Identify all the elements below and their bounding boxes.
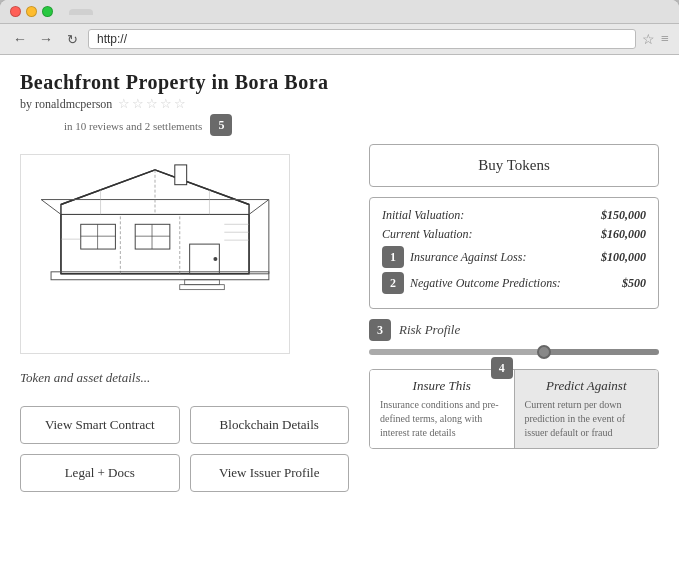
risk-profile-label: Risk Profile <box>399 322 460 338</box>
star-4: ☆ <box>160 96 172 112</box>
author-line: by ronaldmcperson ☆ ☆ ☆ ☆ ☆ <box>20 96 659 112</box>
tabs-wrapper: 4 Insure This Insurance conditions and p… <box>369 369 659 449</box>
negative-label: Negative Outcome Predictions: <box>410 276 561 291</box>
view-smart-contract-button[interactable]: View Smart Contract <box>20 406 180 444</box>
badge-4: 4 <box>491 357 513 379</box>
maximize-button[interactable] <box>42 6 53 17</box>
main-content: Token and asset details... View Smart Co… <box>20 144 659 492</box>
left-panel: Token and asset details... View Smart Co… <box>20 144 349 492</box>
back-button[interactable]: ← <box>10 29 30 49</box>
browser-window: ← → ↻ ☆ ≡ Beachfront Property in Bora Bo… <box>0 0 679 587</box>
risk-slider-container[interactable] <box>369 349 659 355</box>
action-buttons: View Smart Contract Blockchain Details L… <box>20 406 349 492</box>
current-valuation-label: Current Valuation: <box>382 227 473 242</box>
svg-point-17 <box>213 257 217 261</box>
predict-against-tab[interactable]: Predict Against Current return per down … <box>515 370 659 448</box>
address-bar[interactable] <box>88 29 636 49</box>
insurance-value: $100,000 <box>601 250 646 265</box>
star-2: ☆ <box>132 96 144 112</box>
browser-tab[interactable] <box>69 9 93 15</box>
view-issuer-profile-button[interactable]: View Issuer Profile <box>190 454 350 492</box>
close-button[interactable] <box>10 6 21 17</box>
predict-against-title: Predict Against <box>525 378 649 394</box>
star-rating: ☆ ☆ ☆ ☆ ☆ <box>118 96 186 112</box>
legal-docs-button[interactable]: Legal + Docs <box>20 454 180 492</box>
valuation-box: Initial Valuation: $150,000 Current Valu… <box>369 197 659 309</box>
forward-button[interactable]: → <box>36 29 56 49</box>
insure-this-title: Insure This <box>380 378 504 394</box>
star-1: ☆ <box>118 96 130 112</box>
blockchain-details-button[interactable]: Blockchain Details <box>190 406 350 444</box>
bottom-tabs: Insure This Insurance conditions and pre… <box>369 369 659 449</box>
badge-5: 5 <box>210 114 232 136</box>
insurance-row: Insurance Against Loss: $100,000 <box>410 250 646 265</box>
initial-valuation-value: $150,000 <box>601 208 646 223</box>
negative-value: $500 <box>622 276 646 291</box>
svg-rect-23 <box>175 165 187 185</box>
badge-1: 1 <box>382 246 404 268</box>
badge-3: 3 <box>369 319 391 341</box>
star-5: ☆ <box>174 96 186 112</box>
risk-profile-section: 3 Risk Profile <box>369 319 659 341</box>
refresh-button[interactable]: ↻ <box>62 29 82 49</box>
negative-row: Negative Outcome Predictions: $500 <box>410 276 646 291</box>
star-3: ☆ <box>146 96 158 112</box>
page-title: Beachfront Property in Bora Bora <box>20 71 659 94</box>
initial-valuation-label: Initial Valuation: <box>382 208 464 223</box>
badge-4-wrapper: 4 <box>491 357 513 379</box>
current-valuation-row: Current Valuation: $160,000 <box>382 227 646 242</box>
risk-slider[interactable] <box>369 349 659 355</box>
token-details: Token and asset details... <box>20 370 349 386</box>
insure-this-tab[interactable]: Insure This Insurance conditions and pre… <box>370 370 515 448</box>
browser-content: Beachfront Property in Bora Bora by rona… <box>0 55 679 587</box>
menu-icon[interactable]: ≡ <box>661 31 669 47</box>
current-valuation-value: $160,000 <box>601 227 646 242</box>
buy-tokens-button[interactable]: Buy Tokens <box>369 144 659 187</box>
negative-badge-row: 2 Negative Outcome Predictions: $500 <box>382 272 646 294</box>
insure-this-content: Insurance conditions and pre-defined ter… <box>380 398 504 440</box>
author-name: by ronaldmcperson <box>20 97 112 112</box>
risk-thumb[interactable] <box>537 345 551 359</box>
minimize-button[interactable] <box>26 6 37 17</box>
predict-against-content: Current return per down prediction in th… <box>525 398 649 440</box>
bookmark-icon[interactable]: ☆ <box>642 31 655 48</box>
insurance-badge-row: 1 Insurance Against Loss: $100,000 <box>382 246 646 268</box>
initial-valuation-row: Initial Valuation: $150,000 <box>382 208 646 223</box>
badge-2: 2 <box>382 272 404 294</box>
insurance-label: Insurance Against Loss: <box>410 250 526 265</box>
review-line: in 10 reviews and 2 settlements <box>40 120 202 132</box>
traffic-lights <box>10 6 53 17</box>
right-panel: Buy Tokens Initial Valuation: $150,000 C… <box>369 144 659 492</box>
title-bar <box>0 0 679 24</box>
property-image <box>20 154 290 354</box>
browser-toolbar: ← → ↻ ☆ ≡ <box>0 24 679 55</box>
